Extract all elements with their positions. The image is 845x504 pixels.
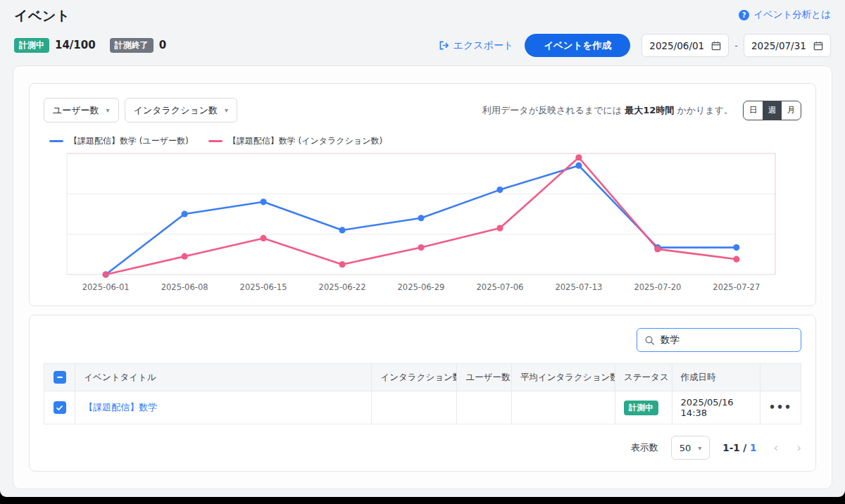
pager: ‹ ›	[773, 442, 801, 454]
date-separator: -	[734, 40, 738, 51]
legend-swatch	[49, 140, 63, 142]
chevron-down-icon: ▾	[225, 106, 228, 114]
metric-dropdown-users-value: ユーザー数	[53, 104, 99, 117]
legend-item: 【課題配信】数学 (インタラクション数)	[208, 135, 382, 147]
metric-dropdown-interactions[interactable]: インタラクション数 ▾	[125, 98, 237, 122]
cell-interactions	[372, 391, 457, 424]
help-link-label: イベント分析とは	[753, 8, 831, 21]
page-range: 1-1 / 1	[722, 442, 756, 453]
chevron-left-icon[interactable]: ‹	[773, 442, 778, 454]
svg-text:2025-06-08: 2025-06-08	[161, 282, 208, 292]
event-table-panel: イベントタイトル インタラクション数 ユーザー数 平均インタラクション数 ステー…	[29, 315, 816, 472]
chevron-down-icon: ▾	[698, 444, 701, 452]
export-label: エクスポート	[453, 39, 514, 52]
column-header-created: 作成日時	[672, 364, 760, 391]
date-from-input[interactable]: 2025/06/01	[641, 34, 729, 57]
measuring-count: 14/100	[55, 39, 96, 51]
metric-dropdown-users[interactable]: ユーザー数 ▾	[44, 98, 119, 122]
indeterminate-icon	[56, 374, 63, 381]
page-size-label: 表示数	[631, 441, 658, 454]
granularity-option[interactable]: 週	[763, 101, 782, 120]
table-row: 【課題配信】数学 計測中 2025/05/16 14:38 •••	[44, 391, 801, 424]
column-header-interactions: インタラクション数	[372, 364, 457, 391]
chart-wrap: 2025-06-012025-06-082025-06-152025-06-22…	[44, 150, 801, 298]
ended-count: 0	[159, 39, 166, 51]
search-box	[637, 328, 801, 352]
svg-text:2025-06-29: 2025-06-29	[398, 282, 445, 292]
granularity-option[interactable]: 月	[782, 101, 801, 120]
column-header-status: ステータス	[615, 364, 672, 391]
date-range: 2025/06/01 - 2025/07/31	[641, 34, 831, 57]
export-button[interactable]: エクスポート	[439, 39, 514, 52]
chart-right-controls: 利用データが反映されるまでには 最大12時間 かかります。 日週月	[482, 101, 801, 120]
table-footer: 表示数 50 ▾ 1-1 / 1 ‹ ›	[44, 436, 801, 460]
check-icon	[56, 404, 63, 412]
svg-text:2025-06-15: 2025-06-15	[240, 282, 287, 292]
action-bar: 計測中 14/100 計測終了 0 エクスポート イベントを作成 2025/06…	[0, 34, 845, 57]
svg-text:2025-07-06: 2025-07-06	[477, 282, 524, 292]
action-buttons: エクスポート イベントを作成 2025/06/01 - 2025/07/31	[439, 34, 831, 57]
row-actions-button[interactable]: •••	[769, 401, 792, 414]
date-to-input[interactable]: 2025/07/31	[744, 34, 831, 57]
column-header-title: イベントタイトル	[75, 364, 372, 391]
cell-avg-interactions	[511, 391, 615, 424]
column-header-users: ユーザー数	[457, 364, 512, 391]
search-row	[44, 328, 801, 352]
select-all-checkbox[interactable]	[54, 371, 66, 384]
event-stats: 計測中 14/100 計測終了 0	[14, 38, 175, 52]
page-total: 1	[750, 442, 756, 453]
content-container: ユーザー数 ▾ インタラクション数 ▾ 利用データが反映されるまでには 最大12…	[13, 65, 832, 489]
chevron-right-icon[interactable]: ›	[796, 442, 801, 454]
legend-label: 【課題配信】数学 (ユーザー数)	[69, 135, 189, 147]
column-header-avg-interactions: 平均インタラクション数	[511, 364, 615, 391]
metric-dropdowns: ユーザー数 ▾ インタラクション数 ▾	[44, 98, 237, 122]
svg-text:2025-07-27: 2025-07-27	[713, 282, 760, 292]
question-icon: ?	[739, 10, 749, 20]
granularity-option[interactable]: 日	[744, 101, 763, 120]
svg-text:2025-07-20: 2025-07-20	[634, 282, 681, 292]
table-header-row: イベントタイトル インタラクション数 ユーザー数 平均インタラクション数 ステー…	[44, 364, 801, 391]
calendar-icon	[711, 41, 721, 51]
svg-text:2025-07-13: 2025-07-13	[555, 282, 602, 292]
legend-item: 【課題配信】数学 (ユーザー数)	[49, 135, 189, 147]
measuring-badge: 計測中	[14, 38, 49, 52]
cell-created-at: 2025/05/16 14:38	[672, 391, 760, 424]
page-title: イベント	[14, 7, 70, 25]
page-size-value: 50	[680, 443, 691, 453]
search-input[interactable]	[661, 334, 794, 346]
data-delay-note: 利用データが反映されるまでには 最大12時間 かかります。	[482, 104, 733, 117]
event-title-link[interactable]: 【課題配信】数学	[84, 402, 157, 412]
status-badge: 計測中	[624, 401, 658, 415]
data-delay-note-strong: 最大12時間	[625, 105, 674, 115]
cell-users	[457, 391, 512, 424]
legend-swatch	[208, 140, 223, 142]
chevron-down-icon: ▾	[106, 106, 110, 114]
svg-text:2025-06-22: 2025-06-22	[319, 282, 366, 292]
ended-badge: 計測終了	[110, 38, 154, 52]
app-screen: イベント ? イベント分析とは 計測中 14/100 計測終了 0 エクスポート…	[0, 0, 845, 497]
chart-legend: 【課題配信】数学 (ユーザー数)【課題配信】数学 (インタラクション数)	[49, 135, 801, 147]
row-checkbox[interactable]	[54, 401, 66, 414]
legend-label: 【課題配信】数学 (インタラクション数)	[228, 135, 382, 147]
create-event-button[interactable]: イベントを作成	[525, 34, 630, 57]
help-link[interactable]: ? イベント分析とは	[739, 8, 831, 21]
page-size-dropdown[interactable]: 50 ▾	[671, 436, 711, 460]
export-icon	[439, 40, 449, 51]
date-to-value: 2025/07/31	[751, 40, 806, 51]
date-from-value: 2025/06/01	[649, 40, 704, 51]
search-icon	[644, 335, 655, 346]
calendar-icon	[813, 41, 823, 51]
granularity-toggle: 日週月	[743, 101, 801, 120]
chart-controls: ユーザー数 ▾ インタラクション数 ▾ 利用データが反映されるまでには 最大12…	[44, 98, 801, 122]
top-bar: イベント ? イベント分析とは	[0, 0, 845, 25]
svg-text:2025-06-01: 2025-06-01	[82, 282, 130, 292]
metric-dropdown-interactions-value: インタラクション数	[134, 104, 218, 117]
event-table: イベントタイトル インタラクション数 ユーザー数 平均インタラクション数 ステー…	[44, 363, 801, 424]
chart-panel: ユーザー数 ▾ インタラクション数 ▾ 利用データが反映されるまでには 最大12…	[29, 83, 816, 306]
line-chart: 2025-06-012025-06-082025-06-152025-06-22…	[44, 150, 801, 296]
column-header-actions	[760, 364, 801, 391]
